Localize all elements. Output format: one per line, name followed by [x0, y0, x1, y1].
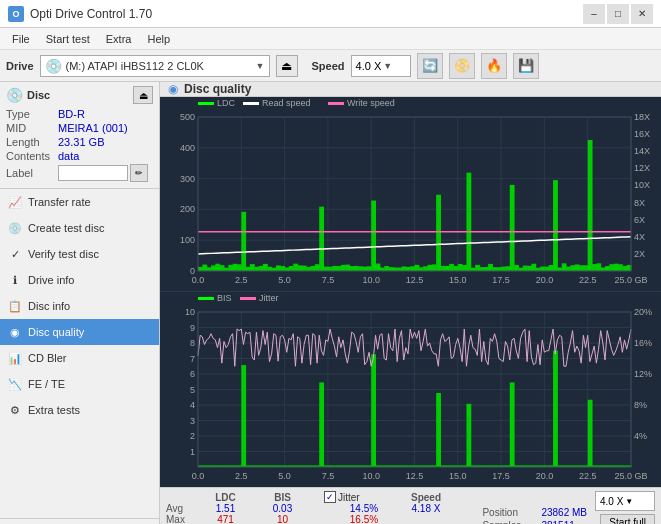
stats-avg-row: Avg 1.51 0.03 14.5% 4.18 X	[166, 503, 478, 514]
disc-type-row: Type BD-R	[6, 108, 153, 120]
disc-length-row: Length 23.31 GB	[6, 136, 153, 148]
stats-max-jitter: 16.5%	[324, 514, 404, 524]
sidebar-item-extra-tests[interactable]: ⚙ Extra tests	[0, 397, 159, 423]
disc-label-input[interactable]	[58, 165, 128, 181]
sidebar-item-label: Verify test disc	[28, 248, 99, 260]
sidebar-item-fe-te[interactable]: 📉 FE / TE	[0, 371, 159, 397]
disc-label-row: Label ✏	[6, 164, 153, 182]
disc-title: Disc	[27, 89, 50, 101]
app-icon: O	[8, 6, 24, 22]
menu-file[interactable]: File	[4, 31, 38, 47]
stats-max-label: Max	[166, 514, 196, 524]
jitter-checkbox[interactable]: ✓	[324, 491, 336, 503]
sidebar-item-verify-test-disc[interactable]: ✓ Verify test disc	[0, 241, 159, 267]
main-area: 💿 Disc ⏏ Type BD-R MID MEIRA1 (001) Leng…	[0, 82, 661, 524]
chart-title: Disc quality	[184, 82, 251, 96]
lower-chart-canvas	[160, 292, 661, 487]
label-edit-button[interactable]: ✏	[130, 164, 148, 182]
speed-select[interactable]: 4.0 X ▼	[351, 55, 411, 77]
stats-header-row: LDC BIS ✓ Jitter Speed	[166, 491, 478, 503]
sidebar: 💿 Disc ⏏ Type BD-R MID MEIRA1 (001) Leng…	[0, 82, 160, 524]
stats-max-row: Max 471 10 16.5%	[166, 514, 478, 524]
start-full-button[interactable]: Start full	[600, 514, 655, 524]
drive-bar: Drive 💿 (M:) ATAPI iHBS112 2 CL0K ▼ ⏏ Sp…	[0, 50, 661, 82]
speed-dropdown[interactable]: 4.0 X ▼	[595, 491, 655, 511]
disc-label-label: Label	[6, 167, 58, 179]
sidebar-item-label: Extra tests	[28, 404, 80, 416]
speed-label: Speed	[312, 60, 345, 72]
sidebar-item-disc-quality[interactable]: ◉ Disc quality	[0, 319, 159, 345]
disc-mid-label: MID	[6, 122, 58, 134]
disc-mid-value: MEIRA1 (001)	[58, 122, 128, 134]
sidebar-item-cd-bler[interactable]: 📊 CD Bler	[0, 345, 159, 371]
sidebar-item-transfer-rate[interactable]: 📈 Transfer rate	[0, 189, 159, 215]
samples-row: Samples 381511	[482, 520, 587, 524]
sidebar-item-label: CD Bler	[28, 352, 67, 364]
app-title: Opti Drive Control 1.70	[30, 7, 152, 21]
disc-contents-row: Contents data	[6, 150, 153, 162]
upper-chart-canvas	[160, 97, 661, 291]
sidebar-item-create-test-disc[interactable]: 💿 Create test disc	[0, 215, 159, 241]
status-window-button[interactable]: Status window > >	[0, 518, 159, 524]
stats-table: LDC BIS ✓ Jitter Speed Avg 1.51	[166, 491, 478, 524]
sidebar-item-drive-info[interactable]: ℹ Drive info	[0, 267, 159, 293]
position-label: Position	[482, 507, 537, 518]
stats-max-bis: 10	[255, 514, 310, 524]
stats-avg-jitter: 14.5%	[324, 503, 404, 514]
menu-extra[interactable]: Extra	[98, 31, 140, 47]
extra-tests-icon: ⚙	[8, 403, 22, 417]
stats-col-speed: Speed	[406, 492, 446, 503]
stats-avg-bis: 0.03	[255, 503, 310, 514]
content-area: ◉ Disc quality LDC	[160, 82, 661, 524]
sidebar-item-disc-info[interactable]: 📋 Disc info	[0, 293, 159, 319]
disc-quality-icon: ◉	[8, 325, 22, 339]
lower-chart	[160, 292, 661, 487]
disc-contents-label: Contents	[6, 150, 58, 162]
minimize-button[interactable]: –	[583, 4, 605, 24]
menu-start-test[interactable]: Start test	[38, 31, 98, 47]
disc-type-label: Type	[6, 108, 58, 120]
stats-avg-ldc: 1.51	[198, 503, 253, 514]
burn-button[interactable]: 🔥	[481, 53, 507, 79]
menu-help[interactable]: Help	[139, 31, 178, 47]
charts-area	[160, 97, 661, 487]
speed-value: 4.0 X	[356, 60, 382, 72]
disc-info-icon: 📋	[8, 299, 22, 313]
fe-te-icon: 📉	[8, 377, 22, 391]
disc-insert-button[interactable]: 📀	[449, 53, 475, 79]
upper-chart	[160, 97, 661, 292]
cd-bler-icon: 📊	[8, 351, 22, 365]
disc-icon: 💿	[6, 87, 23, 103]
disc-type-value: BD-R	[58, 108, 85, 120]
speed-buttons-area: 4.0 X ▼ Start full Start part	[595, 491, 655, 524]
stats-col-ldc: LDC	[198, 492, 253, 503]
chart-header: ◉ Disc quality	[160, 82, 661, 97]
stats-avg-label: Avg	[166, 503, 196, 514]
position-row: Position 23862 MB	[482, 507, 587, 518]
speed-pos-area: Position 23862 MB Samples 381511	[482, 491, 587, 524]
samples-value: 381511	[541, 520, 574, 524]
maximize-button[interactable]: □	[607, 4, 629, 24]
disc-length-label: Length	[6, 136, 58, 148]
drive-label: Drive	[6, 60, 34, 72]
refresh-button[interactable]: 🔄	[417, 53, 443, 79]
disc-length-value: 23.31 GB	[58, 136, 104, 148]
create-test-disc-icon: 💿	[8, 221, 22, 235]
disc-contents-value: data	[58, 150, 79, 162]
save-button[interactable]: 💾	[513, 53, 539, 79]
sidebar-menu: 📈 Transfer rate 💿 Create test disc ✓ Ver…	[0, 189, 159, 518]
sidebar-item-label: Drive info	[28, 274, 74, 286]
drive-select[interactable]: 💿 (M:) ATAPI iHBS112 2 CL0K ▼	[40, 55, 270, 77]
samples-label: Samples	[482, 520, 537, 524]
sidebar-item-label: FE / TE	[28, 378, 65, 390]
position-value: 23862 MB	[541, 507, 587, 518]
stats-max-ldc: 471	[198, 514, 253, 524]
menu-bar: File Start test Extra Help	[0, 28, 661, 50]
disc-eject-button[interactable]: ⏏	[133, 86, 153, 104]
eject-button[interactable]: ⏏	[276, 55, 298, 77]
sidebar-item-label: Disc info	[28, 300, 70, 312]
stats-bar: LDC BIS ✓ Jitter Speed Avg 1.51	[160, 487, 661, 524]
close-button[interactable]: ✕	[631, 4, 653, 24]
title-bar: O Opti Drive Control 1.70 – □ ✕	[0, 0, 661, 28]
jitter-checkbox-area: ✓ Jitter	[324, 491, 404, 503]
